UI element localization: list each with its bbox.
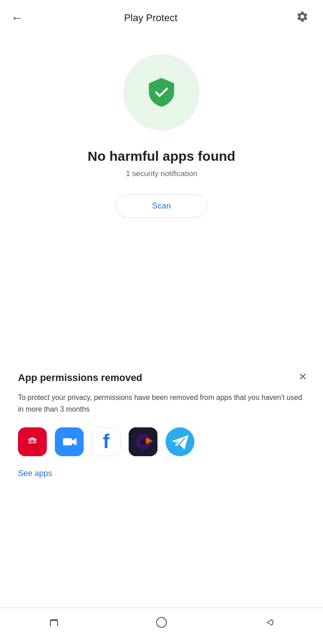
home-button[interactable] xyxy=(142,612,181,636)
svg-rect-3 xyxy=(63,438,72,445)
app-icon-telegram[interactable] xyxy=(166,427,194,456)
shield-container xyxy=(123,54,200,131)
scan-button[interactable]: Scan xyxy=(116,195,207,218)
see-apps-link[interactable]: See apps xyxy=(18,469,52,478)
card-title: App permissions removed xyxy=(18,372,305,384)
shield-check-icon xyxy=(144,74,179,110)
close-button[interactable]: ✕ xyxy=(297,370,309,384)
svg-text:f: f xyxy=(103,430,110,452)
svg-point-13 xyxy=(157,617,166,627)
recent-apps-button[interactable] xyxy=(34,612,74,636)
page-title: Play Protect xyxy=(9,12,292,24)
header: ← Play Protect xyxy=(0,0,323,36)
app-icons-row: airtel f xyxy=(18,427,305,456)
status-title: No harmful apps found xyxy=(88,149,235,164)
app-icon-airtel[interactable]: airtel xyxy=(18,427,47,456)
status-subtitle: 1 security notification xyxy=(126,169,197,178)
main-content: No harmful apps found 1 security notific… xyxy=(0,36,323,349)
app-icon-facebook[interactable]: f xyxy=(92,427,121,456)
app-icon-resso[interactable] xyxy=(129,427,157,456)
app-icon-zoom[interactable] xyxy=(55,427,84,456)
settings-icon[interactable] xyxy=(292,7,312,30)
nav-bar xyxy=(0,608,323,644)
permissions-card: ✕ App permissions removed To protect you… xyxy=(7,363,316,489)
back-nav-button[interactable] xyxy=(249,612,289,636)
card-description: To protect your privacy, permissions hav… xyxy=(18,392,305,415)
svg-point-9 xyxy=(140,439,146,444)
